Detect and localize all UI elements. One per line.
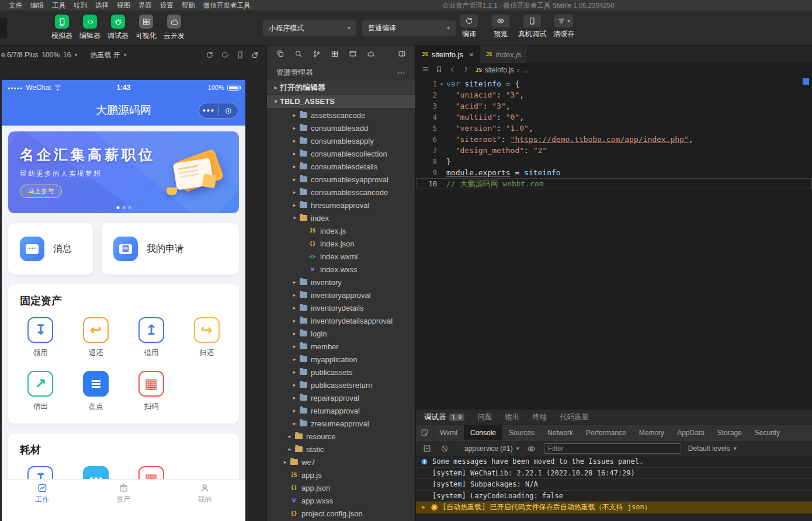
record-icon[interactable] <box>218 48 231 61</box>
tree-item[interactable]: <>index.wxml <box>267 250 415 263</box>
toolbar-action-compile[interactable]: 编译 <box>454 15 484 39</box>
toolbar-action-remote-debug[interactable]: 真机调试 <box>518 15 547 39</box>
tree-item[interactable]: {}app.json <box>267 481 415 494</box>
tree-item[interactable]: JSindex.js <box>267 224 415 237</box>
menubar-item[interactable]: 视图 <box>113 1 134 10</box>
phone-tab-我的[interactable]: 我的 <box>164 480 245 508</box>
tree-item[interactable]: ▸inventory <box>267 276 415 289</box>
menu-icon[interactable] <box>422 65 429 75</box>
menubar-item[interactable]: 界面 <box>134 1 156 10</box>
tree-item[interactable]: ▸assetsscancode <box>267 109 415 121</box>
fixed-asset-item[interactable]: ↧领用 <box>13 317 68 358</box>
toolbar-button-cloud-dev[interactable]: 云开发 <box>160 15 188 41</box>
toolbar-button-debugger[interactable]: 调试器 <box>104 15 132 41</box>
scale-value[interactable]: 16 <box>63 51 71 59</box>
code-line[interactable]: 10// 大鹏源码网 wobbt.com <box>416 178 812 189</box>
device-model-select[interactable]: e 6/7/8 Plus <box>1 51 38 59</box>
tree-item[interactable]: JSapp.js <box>267 468 415 481</box>
tree-item[interactable]: ▸myapplication <box>267 353 415 366</box>
phone-icon[interactable] <box>234 48 247 61</box>
menubar-item[interactable]: 工具 <box>48 1 70 10</box>
devtools-tab-Sources[interactable]: Sources <box>502 425 541 440</box>
tree-item[interactable]: ▸publicassets <box>267 366 415 378</box>
cloud-icon[interactable] <box>367 50 375 60</box>
debugger-tab-代码质量[interactable]: 代码质量 <box>560 412 589 422</box>
files-icon[interactable] <box>276 50 284 60</box>
breadcrumb-file[interactable]: siteinfo.js <box>485 66 514 74</box>
layout-icon[interactable] <box>398 50 406 60</box>
tree-item[interactable]: ▸login <box>267 327 415 340</box>
code-line[interactable]: 5 "version": "1.0", <box>416 123 812 134</box>
toolbar-button-editor[interactable]: 编辑器 <box>76 15 104 41</box>
menubar-item[interactable]: 微信开发者工具 <box>199 1 255 10</box>
code-line[interactable]: 7 "design_method": "2" <box>416 145 812 156</box>
tree-item[interactable]: {}index.json <box>267 237 415 250</box>
tree-item[interactable]: ▸static <box>267 443 415 456</box>
tree-item[interactable]: ▸consumablesscancode <box>267 186 415 199</box>
tree-item[interactable]: ▸consumablescollection <box>267 147 415 160</box>
popout-icon[interactable] <box>249 48 262 61</box>
execution-context-select[interactable]: appservice (#1) ▾ <box>464 444 519 453</box>
menubar-item[interactable]: 文件 <box>5 1 26 10</box>
phone-tab-资产[interactable]: 资产 <box>83 480 164 508</box>
devtools-tab-Console[interactable]: Console <box>464 425 502 440</box>
menubar-item[interactable]: 编辑 <box>26 1 48 10</box>
inspect-element-icon[interactable] <box>416 425 433 440</box>
code-line[interactable]: 8} <box>416 156 812 167</box>
console-message[interactable]: [system] Subpackages: N/A <box>416 479 812 491</box>
promo-banner[interactable]: 名企汇集高薪职位 帮助更多的人实现梦想 马上参与 <box>8 131 239 213</box>
devtools-tab-Memory[interactable]: Memory <box>633 425 671 440</box>
console-message[interactable]: Some messages have been moved to the Iss… <box>416 456 812 468</box>
toolbar-action-clear-cache[interactable]: ▾清缓存 <box>549 15 578 39</box>
arrow-left-icon[interactable] <box>449 65 456 75</box>
debugger-tab-输出[interactable]: 输出 <box>505 412 519 422</box>
fixed-asset-item[interactable]: ↪归还 <box>179 317 234 358</box>
debugger-tab-问题[interactable]: 问题 <box>477 412 492 422</box>
git-branch-icon[interactable] <box>313 50 321 60</box>
tree-item[interactable]: ▸inventoryapproval <box>267 289 415 301</box>
tree-item[interactable]: Wapp.wxss <box>267 494 415 507</box>
sidebar-profile-chip[interactable] <box>0 18 7 39</box>
breadcrumb-more[interactable]: … <box>522 66 529 74</box>
code-line[interactable]: 9module.exports = siteinfo <box>416 167 812 178</box>
tree-item[interactable]: ▸inventorydetails <box>267 301 415 314</box>
tree-section[interactable]: ▾TBLD_ASSETS <box>267 95 415 109</box>
more-actions-icon[interactable]: ⋯ <box>397 68 406 77</box>
fixed-asset-item[interactable]: ▦扫码 <box>124 371 179 412</box>
console-message[interactable]: [system] LazyCodeLoading: false <box>416 491 812 502</box>
menubar-item[interactable]: 选择 <box>91 1 113 10</box>
clear-console-icon[interactable] <box>439 443 450 454</box>
log-levels-select[interactable]: Default levels ▾ <box>688 444 737 453</box>
tree-item[interactable]: ▸member <box>267 340 415 353</box>
fixed-asset-item[interactable]: ↥借用 <box>124 317 179 358</box>
tree-item[interactable]: ▸returnapproval <box>267 404 415 417</box>
code-line[interactable]: 2 "uniacid": "3", <box>416 89 812 100</box>
tree-item[interactable]: ▸consumablesapply <box>267 134 415 147</box>
zoom-level[interactable]: 100% <box>41 51 60 59</box>
menubar-item[interactable]: 转到 <box>70 1 91 10</box>
bookmark-icon[interactable] <box>435 65 443 75</box>
tree-section[interactable]: ▸打开的编辑器 <box>267 81 415 95</box>
code-line[interactable]: 6 "siteroot": "https://demo.ttbobo.com/a… <box>416 134 812 145</box>
quick-card-my-applications[interactable]: ▤我的申请 <box>102 223 239 275</box>
tree-item[interactable]: ▸repairapproval <box>267 391 415 404</box>
devtools-tab-AppData[interactable]: AppData <box>671 425 711 440</box>
close-icon[interactable]: × <box>469 50 474 59</box>
fixed-asset-item[interactable]: ≡盘点 <box>68 371 124 412</box>
fixed-asset-item[interactable]: ↩退还 <box>68 317 124 358</box>
menubar-item[interactable]: 设置 <box>156 1 178 10</box>
editor-tab-siteinfo.js[interactable]: JSsiteinfo.js× <box>416 46 480 63</box>
quick-card-messages[interactable]: ⋯消息 <box>8 223 93 275</box>
tree-item[interactable]: ▸publicassetsreturn <box>267 378 415 391</box>
tree-item[interactable]: ▸hresumeapproval <box>267 199 415 211</box>
capsule-menu[interactable]: ●●● <box>199 103 238 119</box>
code-line[interactable]: 3 "acid": "3", <box>416 100 812 112</box>
banner-join-button[interactable]: 马上参与 <box>20 185 62 198</box>
search-icon[interactable] <box>294 50 303 60</box>
console-filter-input[interactable] <box>544 443 681 454</box>
code-editor[interactable]: 1▾var siteinfo = {2 "uniacid": "3",3 "ac… <box>416 77 812 409</box>
tree-item[interactable]: ▸consumablesdetails <box>267 160 415 173</box>
window-icon[interactable] <box>349 50 357 60</box>
tree-item[interactable]: ▸consumablesadd <box>267 121 415 134</box>
console-sidebar-icon[interactable] <box>422 443 432 454</box>
